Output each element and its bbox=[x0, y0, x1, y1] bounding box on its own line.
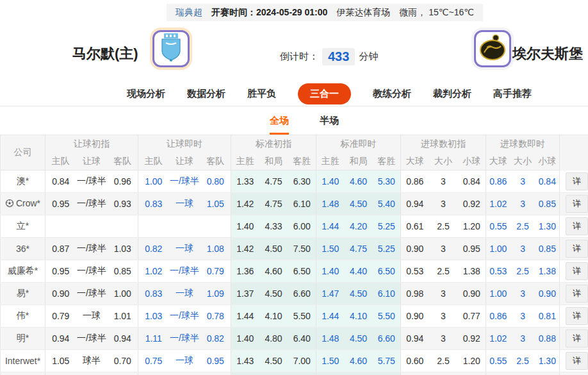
odds-cell-handicap_initial: 一/球半 bbox=[76, 171, 108, 193]
odds-cell-std_initial: 4.50 bbox=[259, 350, 288, 372]
company-cell: Crow* bbox=[1, 193, 45, 215]
odds-cell-goals_initial: 0.84 bbox=[458, 171, 486, 193]
odds-cell-goals_initial: 0.90 bbox=[401, 238, 429, 260]
odds-cell-goals_initial: 0.92 bbox=[458, 328, 486, 350]
company-cell: 明* bbox=[1, 328, 45, 350]
col-sub-goals_live-1: 大球 bbox=[486, 153, 510, 171]
detail-button[interactable]: 详 bbox=[566, 307, 588, 325]
col-group-std_initial: 标准初指 bbox=[231, 135, 316, 153]
detail-button[interactable]: 详 bbox=[566, 285, 588, 303]
detail-button[interactable]: 详 bbox=[566, 217, 588, 235]
odds-cell-std_initial: 4.80 bbox=[259, 328, 288, 350]
odds-cell-goals_live: 0.86 bbox=[486, 171, 510, 193]
malmo-crest-icon bbox=[158, 33, 184, 65]
kickoff-time: 开赛时间：2024-05-29 01:00 bbox=[211, 7, 327, 19]
detail-button[interactable]: 详 bbox=[566, 329, 588, 347]
detail-cell: 详 bbox=[560, 350, 588, 372]
odds-cell-goals_live bbox=[510, 372, 535, 375]
odds-cell-goals_initial: 1.20 bbox=[458, 350, 486, 372]
odds-cell-std_live: 1.48 bbox=[316, 328, 345, 350]
odds-table: 公司让球初指让球即时标准初指标准即时进球数初指进球数即时主队让球客队主队让球客队… bbox=[0, 135, 588, 375]
odds-cell-handicap_live: 0.79 bbox=[200, 260, 231, 283]
match-odds-page: 瑞典超 开赛时间：2024-05-29 01:00 伊莱达体育场 微雨， 15℃… bbox=[0, 0, 588, 375]
odds-cell-goals_initial: 1.20 bbox=[458, 215, 486, 238]
odds-cell-goals_initial: 3 bbox=[429, 305, 458, 328]
odds-cell-goals_live: 1.30 bbox=[535, 350, 560, 372]
odds-cell-std_live: 6.50 bbox=[373, 260, 401, 283]
odds-cell-std_live: 6.60 bbox=[373, 328, 401, 350]
odds-cell-std_live: 5.30 bbox=[373, 171, 401, 193]
detail-cell: 详 bbox=[560, 171, 588, 193]
detail-button[interactable]: 详 bbox=[566, 240, 588, 258]
odds-cell-goals_initial: 3 bbox=[429, 193, 458, 215]
nav-tab-5[interactable]: 教练分析 bbox=[373, 88, 411, 100]
odds-cell-std_initial: 6.00 bbox=[288, 215, 316, 238]
col-header-detail bbox=[560, 135, 588, 171]
odds-cell-goals_initial: 0.90 bbox=[458, 283, 486, 305]
table-row: 澳*0.84一/球半0.961.00一/球半0.801.334.756.301.… bbox=[1, 171, 588, 193]
col-sub-handicap_live-2: 让球 bbox=[169, 153, 200, 171]
company-cell: 澳* bbox=[1, 171, 45, 193]
detail-button[interactable]: 详 bbox=[566, 352, 588, 370]
detail-button[interactable]: 详 bbox=[566, 195, 588, 213]
odds-cell-std_live: 5.75 bbox=[373, 350, 401, 372]
odds-cell-goals_live: 0.84 bbox=[535, 171, 560, 193]
odds-cell-std_initial: 4.50 bbox=[259, 238, 288, 260]
odds-cell-handicap_initial bbox=[45, 215, 76, 238]
nav-tab-1[interactable]: 现场分析 bbox=[127, 88, 165, 100]
scope-tab-1[interactable]: 全场 bbox=[270, 115, 289, 135]
odds-cell-goals_live: 3 bbox=[510, 328, 535, 350]
odds-cell-goals_live: 0.85 bbox=[535, 238, 560, 260]
nav-tab-7[interactable]: 高手推荐 bbox=[493, 88, 532, 100]
odds-cell-handicap_initial: 0.94 bbox=[45, 328, 76, 350]
col-sub-handicap_initial-2: 让球 bbox=[76, 153, 108, 171]
weather-label: 微雨， 15℃~16℃ bbox=[399, 7, 474, 19]
odds-cell-goals_initial: 0.95 bbox=[458, 238, 486, 260]
table-row: 明*0.94一/球半0.941.11一/球半0.821.404.806.401.… bbox=[1, 328, 588, 350]
odds-cell-goals_live: 1.02 bbox=[486, 328, 510, 350]
nav-tab-6[interactable]: 裁判分析 bbox=[433, 88, 471, 100]
league-link[interactable]: 瑞典超 bbox=[176, 7, 202, 19]
odds-cell-handicap_live: 一/球半 bbox=[169, 328, 200, 350]
company-name: Interwet* bbox=[5, 356, 40, 366]
odds-cell-handicap_initial: 一/球半 bbox=[76, 260, 108, 283]
company-name: Crow* bbox=[16, 198, 40, 208]
odds-cell-handicap_live: 0.83 bbox=[138, 193, 169, 215]
company-name: 易* bbox=[17, 288, 29, 298]
odds-cell-handicap_live: 一球 bbox=[169, 350, 200, 372]
odds-cell-goals_live: 1.00 bbox=[486, 238, 510, 260]
col-sub-handicap_initial-1: 主队 bbox=[45, 153, 76, 171]
odds-cell-goals_live: 3 bbox=[510, 171, 535, 193]
odds-cell-std_live: 1.48 bbox=[316, 193, 345, 215]
detail-button[interactable]: 详 bbox=[566, 172, 588, 190]
odds-cell-goals_initial: 2.5 bbox=[429, 215, 458, 238]
col-sub-std_live-1: 主胜 bbox=[316, 153, 345, 171]
odds-cell-std_live: 1.50 bbox=[316, 238, 345, 260]
odds-cell-std_live: 1.47 bbox=[316, 283, 345, 305]
odds-cell-std_live bbox=[373, 372, 401, 375]
odds-cell-handicap_initial bbox=[108, 215, 138, 238]
nav-tab-4[interactable]: 三合一 bbox=[298, 83, 351, 104]
away-team-logo bbox=[474, 30, 511, 67]
col-sub-handicap_live-1: 主队 bbox=[138, 153, 169, 171]
odds-cell-goals_initial: 0.77 bbox=[458, 305, 486, 328]
company-cell: 伟* bbox=[1, 305, 45, 328]
detail-button[interactable]: 详 bbox=[566, 262, 588, 280]
nav-tab-2[interactable]: 数据分析 bbox=[187, 88, 225, 100]
table-row: 易*0.90一/球半1.000.83一球1.091.374.506.601.47… bbox=[1, 283, 588, 305]
odds-cell-std_initial: 4.10 bbox=[259, 305, 288, 328]
home-team-logo bbox=[152, 30, 190, 67]
odds-cell-std_initial: 1.42 bbox=[231, 193, 259, 215]
odds-cell-goals_live: 2.5 bbox=[510, 215, 535, 238]
odds-cell-handicap_initial: 1.03 bbox=[108, 238, 138, 260]
odds-cell-handicap_initial: 1.05 bbox=[45, 350, 76, 372]
odds-cell-goals_initial: 0.60 bbox=[401, 350, 429, 372]
nav-tab-3[interactable]: 胜平负 bbox=[247, 88, 276, 100]
odds-cell-std_live: 6.10 bbox=[373, 283, 401, 305]
odds-cell-goals_live: 3 bbox=[510, 193, 535, 215]
odds-cell-goals_initial: 0.90 bbox=[401, 305, 429, 328]
scope-tab-2[interactable]: 半场 bbox=[320, 115, 339, 135]
countdown-value-box: 433 bbox=[322, 48, 355, 65]
col-sub-handicap_initial-3: 客队 bbox=[108, 153, 138, 171]
match-info-bar: 瑞典超 开赛时间：2024-05-29 01:00 伊莱达体育场 微雨， 15℃… bbox=[0, 4, 588, 21]
